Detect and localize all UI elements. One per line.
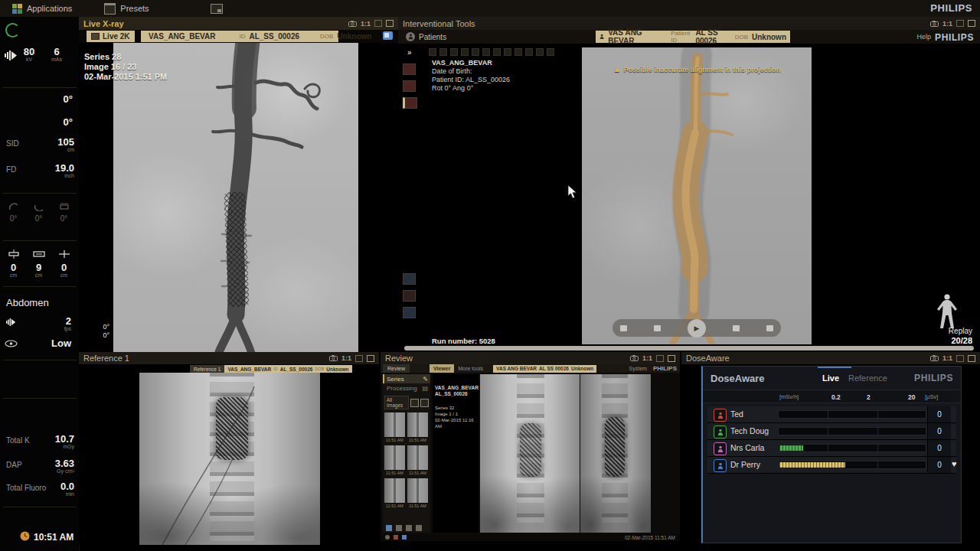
dose-row-dr-perry: Dr Perry 0 ♥ xyxy=(707,457,956,474)
zoom-1-1-button[interactable]: 1:1 xyxy=(942,354,952,362)
expand-icon[interactable] xyxy=(374,20,382,27)
snapshot-icon[interactable] xyxy=(348,21,357,27)
doseaware-app: DoseAware Live Reference PHILIPS [mSv/h]… xyxy=(701,366,962,543)
zoom-1-1-button[interactable]: 1:1 xyxy=(642,354,652,362)
patient-id: AL_SS_00026 xyxy=(280,367,313,372)
expand-icon[interactable] xyxy=(656,355,664,362)
interventional-viewer: » VAS_ANG_BEVAR Date of Birth: Patient I… xyxy=(398,44,980,352)
print-icon[interactable] xyxy=(406,525,412,531)
play-button[interactable]: ▶ xyxy=(688,319,706,337)
patient-banner-live[interactable]: VAS_ANG_BEVAR ID AL_SS_00026 DOB Unknown xyxy=(141,31,338,42)
review-timestamp: 02-Mar-2015 11:16 AM xyxy=(435,417,479,429)
window-icon[interactable] xyxy=(367,355,374,362)
camera-tool-icon[interactable] xyxy=(403,290,416,302)
fusion-roadmap-image[interactable]: ▲ Possible inaccurate alignment in this … xyxy=(582,47,812,344)
tab-live-2k[interactable]: Live 2K xyxy=(87,31,135,42)
patient-body-model[interactable] xyxy=(934,293,960,331)
patient-banner-reference[interactable]: VAS_ANG_BEVAR ID AL_SS_00026 DOB Unknown xyxy=(224,365,351,373)
flag-button[interactable] xyxy=(766,325,773,331)
patients-tab[interactable]: Patients xyxy=(406,32,446,41)
doseaware-reference-tab[interactable]: Reference xyxy=(848,373,887,383)
sort-button[interactable] xyxy=(410,399,419,407)
snapshot-icon[interactable] xyxy=(630,355,639,361)
dose-value: 0 xyxy=(927,457,951,473)
rotation-icon-2 xyxy=(34,202,44,211)
snapshot-icon[interactable] xyxy=(930,21,939,27)
patient-name: VAS ANG BEVAR xyxy=(608,28,656,45)
series-thumbnail[interactable]: 11:51 AM xyxy=(384,412,405,443)
doseaware-panel: DoseAware 1:1 DoseAware Live Reference P… xyxy=(681,352,980,545)
review-viewport-2[interactable] xyxy=(580,374,651,533)
patient-banner-review[interactable]: VAS ANG BEVAR AL SS 00026 Unknown xyxy=(493,365,596,373)
delete-icon[interactable] xyxy=(416,525,422,531)
window-icon[interactable] xyxy=(386,20,394,27)
expand-icon[interactable] xyxy=(956,20,964,27)
list-view-button[interactable] xyxy=(420,399,429,407)
mouse-cursor xyxy=(567,184,577,199)
status-datetime: 02-Mar-2015 11:51 AM xyxy=(625,535,675,540)
snapshot-icon[interactable] xyxy=(329,355,338,361)
patient-id-label: Patient ID xyxy=(671,30,691,44)
applications-menu[interactable]: Applications xyxy=(12,4,72,14)
review-app-tab[interactable]: Review xyxy=(383,364,410,373)
staff-icon xyxy=(714,459,727,472)
staff-name: Dr Perry xyxy=(730,460,760,469)
capture-button[interactable] xyxy=(211,4,223,14)
next-frame-button[interactable] xyxy=(733,325,740,331)
more-tools-tab[interactable]: More tools xyxy=(454,364,487,373)
expand-icon[interactable] xyxy=(956,355,964,362)
export-icon[interactable] xyxy=(396,525,402,531)
expand-panel-chevrons[interactable]: » xyxy=(407,48,412,57)
presets-menu[interactable]: Presets xyxy=(104,3,149,15)
zoom-1-1-button[interactable]: 1:1 xyxy=(341,354,351,362)
live-xray-title: Live X-ray xyxy=(83,19,124,28)
window-icon[interactable] xyxy=(668,355,675,362)
viewer-tab[interactable]: Viewer xyxy=(430,364,454,373)
total-k-unit: mGy xyxy=(36,444,74,449)
patient-model-icon[interactable] xyxy=(403,307,416,318)
timeline-scrollbar[interactable] xyxy=(404,346,974,350)
reference-image[interactable] xyxy=(139,373,320,545)
patient-dob: Unknown xyxy=(337,32,371,41)
series-overlay: Series 28 Image 16 / 23 02-Mar-2015 1:51… xyxy=(84,52,167,82)
image-filter-select[interactable]: All Images xyxy=(384,396,409,409)
roadmap-thumb-1[interactable] xyxy=(403,64,416,75)
series-thumbnail[interactable]: 11:51 AM xyxy=(407,445,428,476)
hand-heart-icon[interactable]: ♥ xyxy=(952,459,957,468)
review-viewport-1[interactable] xyxy=(480,374,580,533)
roadmap-thumb-selected[interactable] xyxy=(403,97,417,109)
live-angiogram-image[interactable] xyxy=(113,43,358,352)
zoom-1-1-button[interactable]: 1:1 xyxy=(361,20,371,28)
window-icon[interactable] xyxy=(968,355,975,362)
window-icon[interactable] xyxy=(968,20,975,27)
series-tab[interactable]: Series✎ xyxy=(383,374,430,383)
tab-reference-1[interactable]: Reference 1 xyxy=(190,365,224,373)
patient-banner-interventional[interactable]: VAS ANG BEVAR Patient ID AL SS 00026 DOB… xyxy=(596,31,790,43)
system-menu[interactable]: System xyxy=(629,366,647,371)
select-tool-icon[interactable] xyxy=(386,525,392,531)
series-number: Series 28 xyxy=(84,52,167,62)
dose-value: 0 xyxy=(927,423,951,439)
series-thumbnail[interactable]: 11:51 AM xyxy=(407,478,428,509)
roadmap-thumb-2[interactable] xyxy=(403,80,416,92)
series-thumbnail[interactable]: 11:51 AM xyxy=(384,478,405,509)
layout-grid-icon[interactable] xyxy=(403,273,416,285)
kv-value: 80 xyxy=(18,46,40,57)
display-route-icon[interactable] xyxy=(383,31,393,40)
help-button[interactable]: Help xyxy=(916,33,931,41)
zoom-1-1-button[interactable]: 1:1 xyxy=(942,20,952,28)
table-lateral-icon xyxy=(57,249,71,259)
snapshot-icon[interactable] xyxy=(930,355,939,361)
total-fluoro-unit: min xyxy=(36,491,74,497)
patient-dob: Unknown xyxy=(571,366,593,371)
dose-bar-track xyxy=(778,427,926,435)
clock-icon xyxy=(20,531,30,541)
processing-tab[interactable]: Processing▤ xyxy=(383,383,430,393)
doseaware-live-tab[interactable]: Live xyxy=(822,373,839,383)
expand-icon[interactable] xyxy=(355,355,363,362)
series-thumbnail[interactable]: 11:51 AM xyxy=(407,412,428,443)
add-marker-button[interactable] xyxy=(620,325,627,331)
previous-frame-button[interactable] xyxy=(654,325,661,331)
image-filter-row: All Images xyxy=(384,396,429,409)
series-thumbnail[interactable]: 11:51 AM xyxy=(384,445,405,476)
